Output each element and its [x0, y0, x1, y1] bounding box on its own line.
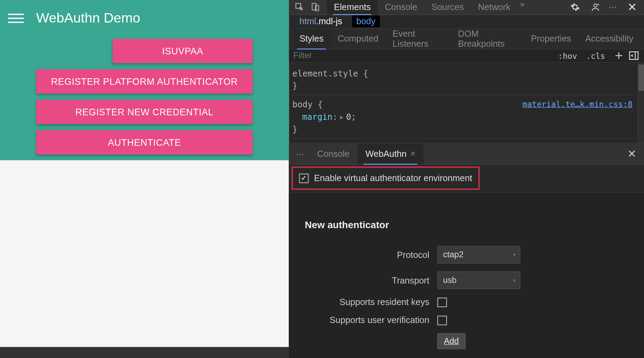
inspect-icon[interactable] [293, 0, 307, 15]
devtools-top-right: ⋯ ✕ [568, 0, 641, 15]
kebab-menu-icon[interactable]: ⋯ [609, 2, 617, 12]
new-authenticator-heading: New authenticator [305, 220, 628, 231]
user-verification-row: Supports user verification [305, 315, 628, 325]
crumb-html-class: .mdl-js [316, 17, 342, 27]
drawer-tabs: ⋯ Console WebAuthn ✕ ✕ [289, 143, 644, 164]
rule2-val: 0 [346, 112, 351, 122]
gear-icon[interactable] [568, 0, 582, 15]
transport-row: Transport usb [305, 271, 628, 289]
css-rules: element.style { } material.te…k.min.css:… [289, 62, 638, 143]
button-column: ISUVPAA REGISTER PLATFORM AUTHENTICATOR … [0, 39, 289, 154]
transport-value: usb [443, 276, 456, 285]
authenticate-button[interactable]: AUTHENTICATE [36, 130, 252, 154]
rule2-prop: margin [302, 112, 332, 122]
drawer-tab-console[interactable]: Console [309, 143, 357, 164]
app-panel: WebAuthn Demo ISUVPAA REGISTER PLATFORM … [0, 0, 289, 358]
expand-shorthand-icon[interactable]: ▸ [339, 112, 345, 122]
drawer-tab-webauthn[interactable]: WebAuthn ✕ [357, 143, 424, 164]
drawer-tab-webauthn-label: WebAuthn [365, 149, 407, 159]
sidebar-toggle-icon[interactable] [628, 50, 639, 61]
resident-keys-label: Supports resident keys [305, 297, 429, 307]
user-verification-label: Supports user verification [305, 315, 429, 325]
tabs-overflow-icon[interactable]: » [517, 0, 527, 15]
tab-network[interactable]: Network [471, 0, 517, 15]
crumb-body-label: body [356, 17, 375, 27]
protocol-label: Protocol [305, 250, 429, 260]
styles-area: element.style { } material.te…k.min.css:… [289, 62, 644, 143]
resident-keys-row: Supports resident keys [305, 297, 628, 307]
protocol-row: Protocol ctap2 [305, 246, 628, 263]
app-title: WebAuthn Demo [36, 10, 140, 26]
devtools-panel: Elements Console Sources Network » ⋯ ✕ h… [289, 0, 644, 358]
subtab-computed[interactable]: Computed [331, 28, 385, 49]
subtab-dom-breakpoints[interactable]: DOM Breakpoints [451, 28, 524, 49]
drawer-more-icon[interactable]: ⋯ [291, 143, 309, 164]
rule-body[interactable]: material.te…k.min.css:8 body { margin:▸0… [293, 95, 634, 139]
tab-elements[interactable]: Elements [327, 0, 378, 15]
rule-source-link[interactable]: material.te…k.min.css:8 [522, 98, 633, 109]
rule-element-style[interactable]: element.style { } [293, 64, 634, 95]
protocol-select[interactable]: ctap2 [437, 246, 521, 263]
devtools-main-tabs: Elements Console Sources Network » [327, 0, 527, 15]
isuvpaa-button[interactable]: ISUVPAA [113, 39, 253, 63]
close-tab-icon[interactable]: ✕ [410, 150, 416, 158]
hov-toggle[interactable]: :hov [554, 50, 582, 61]
styles-filter-row: :hov .cls [289, 49, 644, 62]
tab-sources[interactable]: Sources [424, 0, 471, 15]
new-rule-icon[interactable] [613, 50, 625, 61]
drawer-close-icon[interactable]: ✕ [622, 143, 641, 164]
authenticator-form: Protocol ctap2 Transport usb Supports re… [305, 246, 628, 349]
transport-select[interactable]: usb [437, 271, 521, 289]
subtab-styles[interactable]: Styles [293, 28, 331, 49]
user-verification-checkbox[interactable] [437, 315, 447, 325]
register-credential-button[interactable]: REGISTER NEW CREDENTIAL [36, 100, 252, 124]
rule1-selector: element.style [293, 68, 358, 78]
scrollbar-thumb[interactable] [638, 64, 644, 91]
devtools-drawer: ⋯ Console WebAuthn ✕ ✕ Enable virtual au… [289, 143, 644, 358]
add-authenticator-button[interactable]: Add [437, 333, 465, 349]
elements-breadcrumb: html.mdl-js body [289, 15, 644, 28]
crumb-html-tag: html [299, 17, 316, 27]
webauthn-body: New authenticator Protocol ctap2 Transpo… [289, 193, 644, 358]
cls-toggle[interactable]: .cls [582, 50, 610, 61]
rule2-selector: body [293, 99, 313, 109]
app-titlebar: WebAuthn Demo [0, 0, 289, 36]
app-header: WebAuthn Demo ISUVPAA REGISTER PLATFORM … [0, 0, 289, 160]
hamburger-menu-icon[interactable] [8, 10, 24, 26]
close-devtools-icon[interactable]: ✕ [624, 0, 640, 14]
enable-virtual-auth-row: Enable virtual authenticator environment [291, 167, 480, 190]
enable-virtual-auth-label: Enable virtual authenticator environment [314, 173, 472, 183]
styles-scrollbar[interactable] [638, 62, 644, 143]
app-footer [0, 347, 289, 358]
register-platform-button[interactable]: REGISTER PLATFORM AUTHENTICATOR [36, 69, 252, 93]
styles-subtabs: Styles Computed Event Listeners DOM Brea… [289, 28, 644, 49]
devtools-topbar: Elements Console Sources Network » ⋯ ✕ [289, 0, 644, 15]
subtab-listeners[interactable]: Event Listeners [385, 28, 451, 49]
crumb-body[interactable]: body [352, 16, 380, 27]
transport-label: Transport [305, 275, 429, 285]
feedback-icon[interactable] [588, 0, 602, 15]
crumb-html[interactable]: html.mdl-js [295, 16, 347, 27]
svg-point-3 [594, 4, 597, 7]
device-toggle-icon[interactable] [308, 0, 322, 15]
tab-console[interactable]: Console [378, 0, 424, 15]
protocol-value: ctap2 [443, 250, 463, 260]
styles-filter-input[interactable] [293, 51, 554, 61]
resident-keys-checkbox[interactable] [437, 297, 447, 307]
subtab-properties[interactable]: Properties [524, 28, 578, 49]
subtab-accessibility[interactable]: Accessibility [578, 28, 641, 49]
enable-virtual-auth-checkbox[interactable] [299, 173, 309, 183]
